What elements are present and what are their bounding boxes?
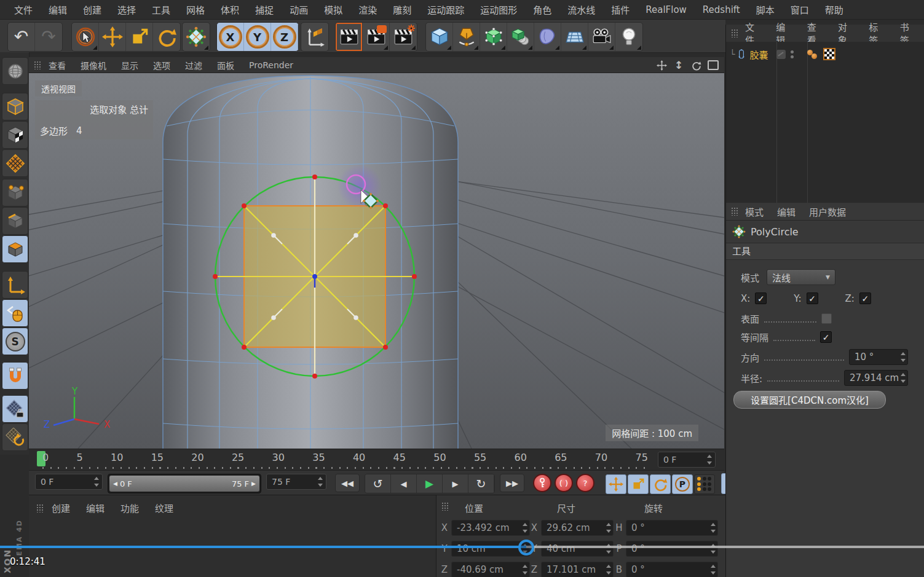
selection-tag-icon[interactable] — [823, 48, 835, 60]
add-generator-button[interactable] — [480, 23, 507, 51]
center-point[interactable] — [312, 274, 317, 279]
z-checkbox[interactable]: ✓ — [859, 292, 871, 304]
vp-menu-options[interactable]: 选项 — [146, 59, 178, 71]
mode-dropdown[interactable]: 法线 ▼ — [767, 269, 835, 285]
vp-menu-prorender[interactable]: ProRender — [242, 60, 301, 70]
menu-tools[interactable]: 工具 — [144, 3, 178, 16]
current-frame-stepper[interactable] — [93, 477, 100, 487]
vp-menu-camera[interactable]: 摄像机 — [73, 59, 114, 71]
autokey-button[interactable]: ( ) — [555, 474, 573, 492]
menu-animate[interactable]: 动画 — [282, 3, 316, 16]
enable-snap-button[interactable] — [2, 362, 28, 390]
size-x-field[interactable]: 29.62 cm — [541, 520, 614, 536]
am-menu-userdata[interactable]: 用户数据 — [802, 205, 853, 218]
end-frame-stepper[interactable] — [317, 477, 323, 487]
spacing-checkbox[interactable]: ✓ — [820, 331, 832, 343]
add-environment-button[interactable] — [561, 23, 588, 51]
panel-grip-icon[interactable] — [731, 207, 738, 216]
workplane-mode-button[interactable] — [2, 149, 28, 177]
add-spline-button[interactable] — [453, 23, 480, 51]
size-y-field[interactable]: 40 cm — [541, 541, 614, 557]
axis-lock-y-button[interactable]: Y — [244, 23, 271, 51]
add-deformer-button[interactable] — [534, 23, 561, 51]
redo-button[interactable]: ↷ — [35, 23, 62, 51]
smoothing-tag-icon[interactable] — [807, 50, 817, 59]
direction-field[interactable]: 10 ° — [849, 349, 908, 365]
viewport-zoom-button[interactable]: ↕ — [673, 59, 685, 71]
menu-file[interactable]: 文件 — [6, 3, 41, 16]
menu-render[interactable]: 渲染 — [350, 3, 385, 16]
make-editable-button[interactable] — [2, 57, 28, 85]
live-selection-button[interactable] — [72, 23, 99, 51]
add-array-button[interactable] — [507, 23, 534, 51]
mat-menu-function[interactable]: 功能 — [113, 501, 147, 514]
undo-button[interactable]: ↶ — [8, 23, 35, 51]
previous-key-button[interactable]: ↺ — [365, 474, 391, 493]
scale-tool-button[interactable] — [126, 23, 153, 51]
panel-grip-icon[interactable] — [34, 61, 41, 69]
menu-mograph[interactable]: 运动图形 — [472, 3, 525, 16]
radius-stepper[interactable] — [899, 373, 906, 383]
range-right-arrow-icon[interactable]: ▶ — [251, 481, 256, 487]
menu-plugins[interactable]: 插件 — [603, 3, 638, 16]
menu-simulate[interactable]: 模拟 — [316, 3, 350, 16]
render-view-button[interactable] — [336, 23, 363, 51]
texture-mode-button[interactable] — [2, 121, 28, 149]
lock-workplane-button[interactable] — [2, 395, 28, 423]
range-left-arrow-icon[interactable]: ◀ — [113, 481, 117, 487]
position-x-field[interactable]: -23.492 cm — [451, 520, 530, 536]
viewport-maximize-button[interactable] — [707, 59, 719, 71]
stepper[interactable] — [605, 565, 612, 575]
align-workplane-button[interactable] — [2, 423, 28, 451]
enable-axis-button[interactable] — [2, 271, 28, 299]
surface-checkbox[interactable] — [821, 313, 832, 324]
rotation-b-field[interactable]: 0 ° — [626, 562, 718, 577]
frame-range-slider[interactable]: ◀0 F 75 F▶ — [108, 474, 261, 493]
menu-create[interactable]: 创建 — [75, 3, 109, 16]
am-menu-edit[interactable]: 编辑 — [770, 205, 802, 218]
menu-snap[interactable]: 捕捉 — [247, 3, 282, 16]
video-progress-remaining[interactable] — [526, 546, 924, 548]
stepper[interactable] — [709, 523, 716, 533]
menu-select[interactable]: 选择 — [109, 3, 144, 16]
set-circle-hole-button[interactable]: 设置圆孔[C4DCN.com汉化] — [733, 391, 886, 409]
direction-stepper[interactable] — [899, 352, 906, 362]
mat-menu-texture[interactable]: 纹理 — [147, 501, 181, 514]
move-tool-button[interactable] — [99, 23, 126, 51]
y-checkbox[interactable]: ✓ — [807, 292, 818, 304]
x-checkbox[interactable]: ✓ — [755, 292, 767, 304]
next-frame-button[interactable]: ▶ — [443, 474, 468, 493]
tool-section-header[interactable]: 工具 — [726, 243, 924, 260]
render-picture-viewer-button[interactable] — [363, 23, 390, 51]
record-parameter-toggle[interactable]: P — [672, 474, 693, 494]
record-position-toggle[interactable] — [606, 474, 626, 494]
edges-mode-button[interactable] — [2, 207, 28, 235]
rotate-tool-button[interactable] — [153, 23, 180, 51]
menu-volume[interactable]: 体积 — [213, 3, 247, 16]
axis-lock-x-button[interactable]: X — [217, 23, 244, 51]
menu-pipeline[interactable]: 流水线 — [559, 3, 603, 16]
polygons-mode-button[interactable] — [2, 235, 28, 263]
record-keyframe-button[interactable] — [533, 474, 551, 492]
viewport-solo-button[interactable] — [2, 299, 28, 327]
axis-lock-z-button[interactable]: Z — [271, 23, 298, 51]
object-tree[interactable]: └ 胶囊 — [726, 42, 924, 203]
add-primitive-button[interactable] — [426, 23, 453, 51]
rotation-h-field[interactable]: 0 ° — [626, 520, 718, 536]
position-z-field[interactable]: -40.69 cm — [451, 562, 530, 577]
last-tool-polycircle-button[interactable] — [183, 23, 210, 51]
end-frame-field[interactable]: 75 F — [266, 474, 326, 490]
mat-menu-edit[interactable]: 编辑 — [78, 501, 113, 514]
snap-settings-button[interactable]: S — [2, 328, 28, 355]
rotation-p-field[interactable]: 0 ° — [626, 541, 718, 557]
ruler-frame-stepper[interactable] — [706, 455, 713, 465]
vp-menu-view[interactable]: 查看 — [41, 59, 73, 71]
object-name[interactable]: 胶囊 — [749, 48, 768, 61]
vp-menu-filter[interactable]: 过滤 — [178, 59, 210, 71]
current-frame-field[interactable]: 0 F — [35, 474, 103, 490]
menu-window[interactable]: 窗口 — [783, 3, 817, 16]
render-visibility-dots[interactable] — [791, 50, 794, 58]
record-rotation-toggle[interactable] — [650, 474, 671, 494]
render-settings-button[interactable] — [390, 23, 417, 51]
stepper[interactable] — [521, 523, 528, 533]
